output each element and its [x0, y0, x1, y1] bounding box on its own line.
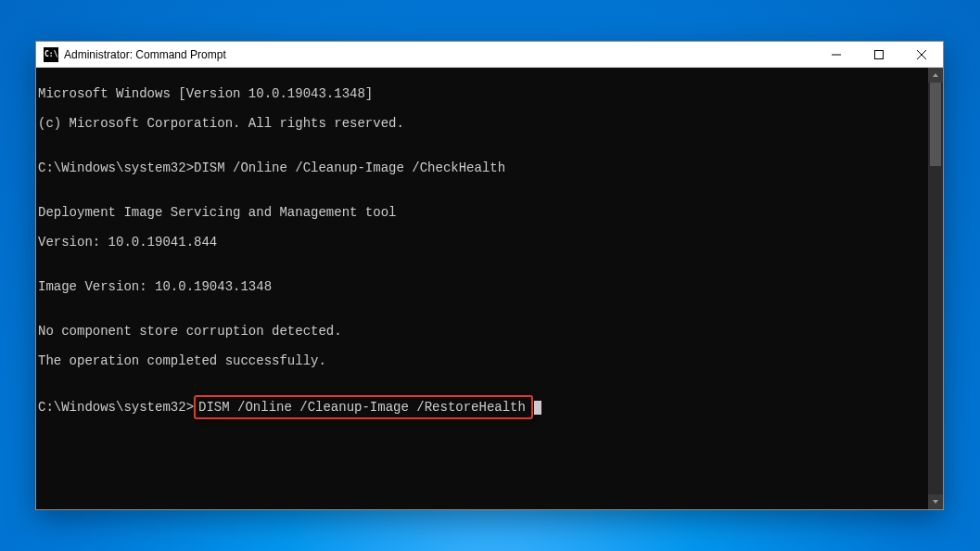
close-icon: [917, 50, 926, 59]
terminal-line: The operation completed successfully.: [38, 353, 924, 368]
highlighted-command: DISM /Online /Cleanup-Image /RestoreHeal…: [194, 395, 533, 419]
text-cursor: [534, 401, 541, 415]
terminal-line: Image Version: 10.0.19043.1348: [38, 279, 924, 294]
window-title: Administrator: Command Prompt: [64, 48, 226, 61]
terminal-line: Microsoft Windows [Version 10.0.19043.13…: [38, 86, 924, 101]
minimize-button[interactable]: [815, 42, 858, 68]
command-prompt-window: Administrator: Command Prompt Microsoft …: [35, 41, 944, 510]
terminal-line: C:\Windows\system32>DISM /Online /Cleanu…: [38, 160, 924, 175]
prompt: C:\Windows\system32>: [38, 400, 194, 415]
svg-marker-2: [933, 500, 938, 504]
scroll-up-button[interactable]: [928, 68, 943, 83]
scroll-down-button[interactable]: [928, 494, 943, 509]
terminal-output[interactable]: Microsoft Windows [Version 10.0.19043.13…: [36, 68, 928, 509]
titlebar[interactable]: Administrator: Command Prompt: [36, 42, 943, 68]
terminal-client-area[interactable]: Microsoft Windows [Version 10.0.19043.13…: [36, 68, 943, 509]
maximize-icon: [874, 50, 884, 59]
scroll-track[interactable]: [928, 83, 943, 494]
minimize-icon: [832, 50, 841, 59]
maximize-button[interactable]: [858, 42, 900, 68]
chevron-down-icon: [932, 498, 939, 506]
terminal-line: C:\Windows\system32>DISM /Online /Cleanu…: [38, 398, 924, 416]
svg-rect-0: [875, 50, 884, 58]
command-text: DISM /Online /Cleanup-Image /CheckHealth: [194, 160, 505, 175]
terminal-line: Version: 10.0.19041.844: [38, 235, 924, 250]
command-text: DISM /Online /Cleanup-Image /RestoreHeal…: [198, 400, 526, 415]
svg-marker-1: [933, 73, 938, 77]
prompt: C:\Windows\system32>: [38, 160, 194, 175]
terminal-line: Deployment Image Servicing and Managemen…: [38, 205, 924, 220]
scroll-thumb[interactable]: [930, 83, 941, 166]
terminal-line: (c) Microsoft Corporation. All rights re…: [38, 116, 924, 131]
cmd-icon: [44, 47, 58, 62]
vertical-scrollbar[interactable]: [928, 68, 943, 509]
chevron-up-icon: [932, 71, 939, 79]
terminal-line: No component store corruption detected.: [38, 324, 924, 339]
close-button[interactable]: [900, 42, 943, 68]
